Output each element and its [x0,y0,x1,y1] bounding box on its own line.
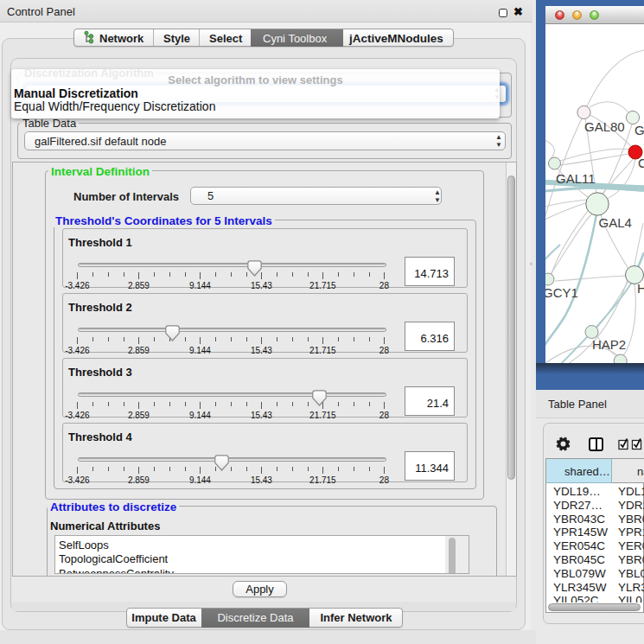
svg-text:GA: GA [634,123,644,137]
svg-text:GAL4: GAL4 [599,215,632,230]
svg-text:GAL80: GAL80 [584,119,625,134]
svg-text:GCY1: GCY1 [545,285,578,300]
svg-text:HAP2: HAP2 [592,337,626,352]
svg-text:GAL11: GAL11 [556,171,596,186]
svg-text:H: H [637,281,644,296]
svg-text:C: C [638,156,644,170]
